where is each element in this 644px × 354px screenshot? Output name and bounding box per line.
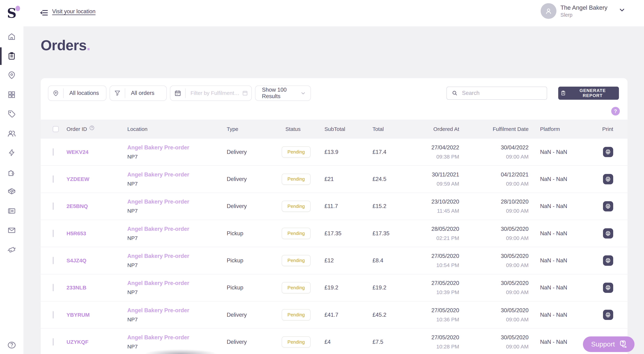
fulfilment-time: 09:00 AM	[506, 316, 529, 323]
chevron-down-icon	[301, 91, 306, 96]
orders-card: All locations All orders Filter by Fulfi…	[41, 78, 628, 354]
location-link[interactable]: Angel Bakery Pre-order	[127, 171, 227, 178]
total-value: £24.5	[372, 176, 410, 182]
order-id-link[interactable]: WEKV24	[66, 149, 127, 155]
order-id-link[interactable]: YBYRUM	[66, 312, 127, 318]
fulfilment-date-cell: 30/05/2020 09:00 AM	[459, 334, 529, 350]
location-link[interactable]: Angel Bakery Pre-order	[127, 144, 227, 151]
sidebar-item-news[interactable]	[0, 202, 24, 220]
select-all-cell	[53, 126, 66, 132]
ordered-at-cell: 30/11/2021 09:59 AM	[410, 171, 459, 187]
sidebar-collapse-icon[interactable]	[40, 8, 48, 17]
table-row: UZYKQF Angel Bakery Pre-order NP7 Delive…	[41, 328, 628, 354]
print-button[interactable]	[603, 255, 613, 266]
platform-value: NaN - NaN	[529, 149, 590, 155]
status-badge: Pending	[282, 146, 310, 158]
location-link[interactable]: Angel Bakery Pre-order	[127, 307, 227, 314]
row-checkbox-cell	[53, 176, 66, 182]
row-checkbox[interactable]	[53, 284, 54, 291]
printer-icon	[605, 258, 611, 263]
fulfilment-time: 09:00 AM	[506, 262, 529, 268]
generate-report-button[interactable]: GENERATE REPORT	[558, 87, 619, 100]
sidebar-item-automations[interactable]	[0, 143, 24, 162]
orders-filter[interactable]: All orders	[110, 86, 167, 101]
order-id-link[interactable]: 233NLB	[66, 285, 127, 291]
platform-value: NaN - NaN	[529, 203, 590, 210]
location-link[interactable]: Angel Bakery Pre-order	[127, 226, 227, 232]
support-button[interactable]: Support	[583, 336, 634, 352]
location-link[interactable]: Angel Bakery Pre-order	[127, 334, 227, 341]
mail-icon	[7, 226, 16, 235]
sidebar-item-integrations[interactable]	[0, 163, 24, 182]
fulfilment-date-placeholder: Filter by Fulfilment Dat…	[186, 90, 242, 96]
search-input[interactable]	[461, 89, 547, 97]
ordered-date: 23/10/2020	[432, 199, 459, 205]
row-checkbox[interactable]	[53, 230, 54, 237]
ordered-time: 02:21 PM	[436, 235, 459, 241]
sidebar-item-tags[interactable]	[0, 105, 24, 123]
print-button[interactable]	[603, 228, 613, 239]
order-id-link[interactable]: S4JZ4Q	[66, 258, 127, 264]
order-id-link[interactable]: 2E5BNQ	[66, 203, 127, 209]
sidebar-help-button[interactable]	[0, 340, 24, 350]
order-id-link[interactable]: UZYKQF	[66, 339, 127, 345]
visit-location-link[interactable]: Visit your location	[52, 8, 96, 15]
locations-filter-label: All locations	[64, 90, 104, 96]
print-button[interactable]	[603, 283, 613, 293]
fulfilment-date-cell: 30/04/2022 09:00 AM	[459, 144, 529, 160]
sidebar-item-orders[interactable]	[0, 47, 24, 65]
order-id-link[interactable]: YZDEEW	[66, 176, 127, 182]
row-checkbox[interactable]	[53, 257, 54, 264]
account-menu[interactable]: The Angel Bakery Slerp	[541, 3, 625, 19]
row-checkbox[interactable]	[53, 203, 54, 210]
ordered-time: 09:38 PM	[436, 154, 459, 160]
location-link[interactable]: Angel Bakery Pre-order	[127, 199, 227, 205]
calendar-icon-light	[242, 90, 248, 96]
results-count-select[interactable]: Show 100 Results	[255, 86, 311, 101]
sidebar-item-dashboard[interactable]	[0, 85, 24, 104]
locations-filter[interactable]: All locations	[48, 86, 106, 101]
ordered-time: 10:28 PM	[436, 343, 459, 350]
row-checkbox[interactable]	[53, 311, 54, 318]
print-button[interactable]	[603, 201, 613, 212]
print-button[interactable]	[603, 174, 613, 184]
ordered-at-cell: 23/10/2020 11:45 AM	[410, 199, 459, 214]
status-cell: Pending	[282, 255, 324, 266]
location-cell: Angel Bakery Pre-order NP7	[127, 253, 227, 268]
location-cell: Angel Bakery Pre-order NP7	[127, 334, 227, 350]
row-checkbox[interactable]	[53, 148, 54, 156]
platform-value: NaN - NaN	[529, 230, 590, 237]
status-cell: Pending	[282, 146, 324, 158]
fulfilment-time: 09:00 AM	[506, 289, 529, 295]
print-button[interactable]	[603, 310, 613, 320]
fulfilment-date-cell: 28/10/2020 09:00 AM	[459, 199, 529, 214]
orders-table-body: WEKV24 Angel Bakery Pre-order NP7 Delive…	[41, 139, 628, 354]
sidebar-item-messages[interactable]	[0, 221, 24, 240]
location-pin-icon	[48, 90, 63, 97]
help-icon	[7, 340, 16, 350]
location-link[interactable]: Angel Bakery Pre-order	[127, 280, 227, 286]
order-id-help-icon[interactable]	[89, 125, 95, 131]
fulfilment-date: 30/05/2020	[501, 307, 529, 314]
fulfilment-date-filter[interactable]: Filter by Fulfilment Dat…	[170, 86, 252, 101]
sidebar-item-customers[interactable]	[0, 124, 24, 142]
slerp-logo: S	[7, 5, 21, 21]
row-checkbox[interactable]	[53, 338, 54, 345]
row-checkbox[interactable]	[53, 175, 54, 183]
print-button[interactable]	[603, 147, 613, 157]
sidebar-item-inventory[interactable]	[0, 182, 24, 201]
status-badge: Pending	[282, 201, 310, 212]
results-count-label: Show 100 Results	[262, 87, 298, 100]
order-id-link[interactable]: H5R653	[66, 230, 127, 237]
table-help-button[interactable]: ?	[611, 107, 620, 115]
row-checkbox-cell	[53, 257, 66, 264]
subtotal-value: £19.2	[324, 284, 372, 291]
ordered-time: 10:39 PM	[436, 289, 459, 295]
sidebar-item-locations[interactable]	[0, 66, 24, 85]
sidebar-item-home[interactable]	[0, 27, 24, 46]
location-link[interactable]: Angel Bakery Pre-order	[127, 253, 227, 259]
puzzle-icon	[7, 168, 16, 177]
sidebar-item-payments[interactable]	[0, 240, 24, 259]
ordered-date: 27/04/2022	[432, 144, 459, 151]
select-all-checkbox[interactable]	[53, 126, 59, 132]
